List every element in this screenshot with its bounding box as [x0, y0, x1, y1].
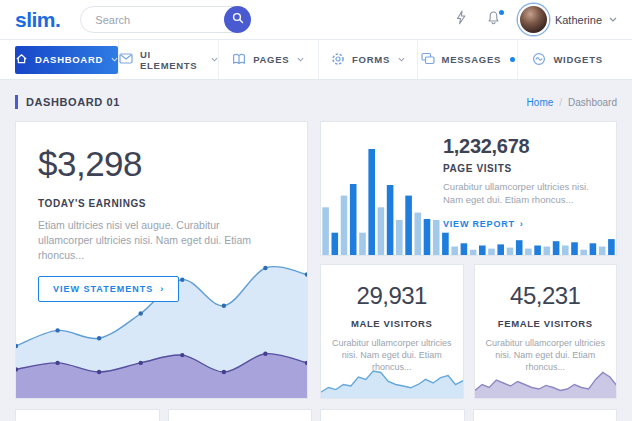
envelope-icon: [119, 53, 133, 66]
earnings-value: $3,298: [38, 144, 285, 184]
nav-item-dashboard[interactable]: DASHBOARD: [15, 46, 118, 74]
nav-label: MESSAGES: [442, 54, 501, 65]
view-statements-button[interactable]: VIEW STATEMENTS ›: [38, 276, 179, 302]
chevron-down-icon: [398, 57, 405, 62]
nav-item-forms[interactable]: FORMS: [319, 40, 418, 79]
book-icon: [232, 53, 246, 67]
nav-item-pages[interactable]: PAGES: [219, 40, 318, 79]
earnings-stat-card[interactable]: EARNINGS: [473, 409, 618, 421]
male-visitors-value: 29,931: [321, 282, 463, 310]
nav-label: FORMS: [352, 54, 390, 65]
view-report-link[interactable]: VIEW REPORT ›: [443, 219, 524, 229]
home-icon: [15, 52, 28, 67]
search-box: [80, 6, 250, 33]
page-views-card[interactable]: PAGE VIEWS: [168, 409, 313, 421]
earnings-card: $3,298 TODAY'S EARNINGS Etiam ultricies …: [15, 121, 308, 399]
page-title: DASHBOARD 01: [15, 95, 120, 109]
nav-label: PAGES: [253, 54, 289, 65]
page-header: DASHBOARD 01 Home / Dashboard: [15, 90, 617, 114]
female-visitors-card: 45,231 FEMALE VISITORS Curabitur ullamco…: [474, 264, 618, 399]
widgets-icon: [532, 52, 546, 68]
notification-dot: [499, 10, 504, 15]
male-visitors-label: MALE VISITORS: [321, 318, 463, 329]
main-nav: DASHBOARD UI ELEMENTS: [0, 40, 632, 80]
chevron-right-icon: ›: [520, 219, 524, 229]
search-button[interactable]: [224, 6, 251, 33]
notifications-button[interactable]: [485, 11, 503, 29]
nav-label: UI ELEMENTS: [140, 49, 203, 71]
unread-dot: [510, 57, 515, 62]
topbar: slim. Katherine: [0, 0, 632, 40]
page-visits-card: 1,232,678 PAGE VISITS Curabitur ullamcor…: [320, 121, 617, 256]
female-visitors-sparkline: [475, 360, 617, 398]
page-visits-label: PAGE VISITS: [443, 163, 601, 174]
breadcrumb-current: Dashboard: [568, 97, 617, 108]
page-visits-description: Curabitur ullamcorper ultricies nisi. Na…: [443, 180, 601, 206]
chat-icon: [421, 52, 435, 67]
app-logo[interactable]: slim.: [15, 8, 60, 32]
chevron-right-icon: ›: [160, 284, 164, 294]
cards-grid: $3,298 TODAY'S EARNINGS Etiam ultricies …: [15, 121, 617, 399]
title-accent-bar: [15, 95, 18, 109]
female-visitors-label: FEMALE VISITORS: [475, 318, 617, 329]
gear-icon: [331, 52, 345, 68]
chevron-down-icon: [609, 17, 617, 22]
male-visitors-card: 29,931 MALE VISITORS Curabitur ullamcorp…: [320, 264, 464, 399]
chevron-down-icon: [211, 57, 218, 62]
bottom-stats-row: IMPRESSIONS PAGE VIEWS NEW USERS EARNING…: [15, 409, 617, 421]
earnings-description: Etiam ultricies nisi vel augue. Curabitu…: [38, 218, 273, 263]
female-visitors-value: 45,231: [475, 282, 617, 310]
content-area: DASHBOARD 01 Home / Dashboard $3,298 TOD…: [0, 80, 632, 421]
lightning-icon: [454, 10, 468, 29]
page-visits-value: 1,232,678: [443, 135, 601, 158]
avatar: [518, 4, 549, 35]
earnings-label: TODAY'S EARNINGS: [38, 198, 285, 209]
new-users-card[interactable]: NEW USERS: [320, 409, 465, 421]
user-menu[interactable]: Katherine: [518, 4, 617, 35]
search-icon: [232, 12, 244, 27]
activity-button[interactable]: [452, 11, 470, 29]
breadcrumb: Home / Dashboard: [527, 97, 617, 108]
topbar-actions: Katherine: [452, 4, 617, 35]
breadcrumb-separator: /: [559, 97, 562, 108]
user-name: Katherine: [555, 14, 602, 26]
impressions-card[interactable]: IMPRESSIONS: [15, 409, 160, 421]
breadcrumb-home-link[interactable]: Home: [527, 97, 554, 108]
chevron-down-icon: [297, 57, 304, 62]
nav-item-messages[interactable]: MESSAGES: [418, 40, 517, 79]
male-visitors-sparkline: [321, 360, 463, 398]
dashboard-page: slim. Katherine: [0, 0, 632, 421]
nav-item-widgets[interactable]: WIDGETS: [518, 40, 617, 79]
nav-item-ui-elements[interactable]: UI ELEMENTS: [119, 40, 218, 79]
nav-label: WIDGETS: [553, 54, 602, 65]
chevron-down-icon: [111, 57, 118, 62]
nav-label: DASHBOARD: [35, 54, 103, 65]
